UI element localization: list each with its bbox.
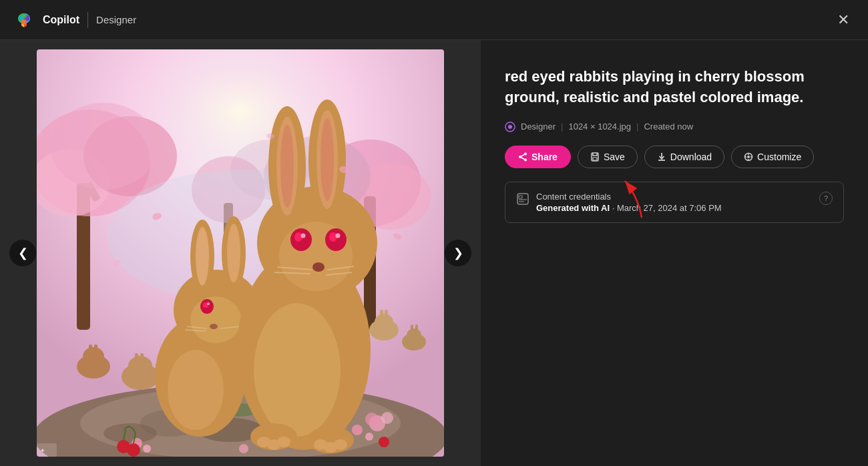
share-button[interactable]: Share: [505, 146, 571, 168]
svg-point-47: [168, 350, 224, 430]
svg-point-96: [127, 443, 140, 457]
svg-point-97: [379, 437, 389, 447]
share-icon: [518, 152, 527, 162]
credentials-box: Content credentials Generated with AI · …: [505, 182, 844, 223]
copilot-logo: [13, 9, 35, 31]
credentials-ai-label: Generated with AI: [536, 203, 610, 213]
svg-point-111: [508, 125, 512, 129]
svg-point-35: [407, 328, 421, 342]
header-divider: [87, 12, 88, 28]
header-left: Copilot Designer: [13, 9, 136, 31]
svg-rect-37: [415, 324, 418, 336]
svg-rect-118: [593, 158, 597, 160]
svg-point-56: [207, 302, 210, 305]
svg-point-51: [196, 227, 209, 286]
meta-created: Created now: [644, 122, 693, 132]
svg-point-3: [21, 19, 27, 25]
svg-point-122: [747, 156, 750, 158]
credentials-title: Content credentials: [536, 192, 722, 202]
designer-icon: [505, 122, 515, 132]
svg-point-92: [352, 425, 363, 435]
svg-rect-41: [94, 344, 97, 358]
svg-point-94: [239, 444, 248, 453]
nav-prev-button[interactable]: ❮: [9, 240, 36, 266]
svg-point-91: [143, 445, 151, 453]
svg-point-53: [227, 224, 240, 282]
svg-point-77: [312, 262, 324, 272]
download-button[interactable]: Download: [644, 146, 724, 168]
svg-rect-129: [519, 196, 522, 198]
customize-button[interactable]: Customize: [731, 146, 814, 168]
svg-point-70: [320, 118, 334, 201]
svg-point-67: [280, 125, 294, 208]
meta-source: Designer: [521, 122, 556, 132]
svg-point-31: [375, 314, 393, 330]
credentials-date: · March 27, 2024 at 7:06 PM: [610, 203, 722, 213]
meta-separator-2: |: [636, 122, 638, 132]
close-button[interactable]: ✕: [832, 10, 855, 30]
nav-next-button[interactable]: ❯: [445, 240, 471, 266]
svg-point-93: [365, 433, 373, 441]
customize-icon: [744, 152, 753, 162]
right-panel: red eyed rabbits playing in cherry bloss…: [481, 40, 868, 466]
credentials-content: Content credentials Generated with AI · …: [516, 192, 722, 213]
svg-point-39: [83, 347, 104, 366]
header: Copilot Designer ✕: [0, 0, 868, 40]
credentials-subtitle: Generated with AI · March 27, 2024 at 7:…: [536, 203, 722, 213]
svg-point-62: [254, 303, 341, 437]
credentials-text: Content credentials Generated with AI · …: [536, 192, 722, 213]
image-title: red eyed rabbits playing in cherry bloss…: [505, 67, 844, 108]
credentials-icon: [516, 192, 529, 209]
meta-row: Designer | 1024 × 1024.jpg | Created now: [505, 122, 844, 132]
shield-check-icon: [516, 192, 529, 206]
svg-line-115: [520, 154, 525, 157]
save-button[interactable]: Save: [578, 146, 638, 168]
svg-point-106: [365, 413, 379, 426]
meta-separator-1: |: [561, 122, 563, 132]
svg-point-86: [277, 437, 290, 447]
svg-rect-32: [380, 310, 383, 324]
meta-dimensions: 1024 × 1024.jpg: [568, 122, 631, 132]
svg-point-73: [301, 234, 306, 238]
svg-point-76: [336, 234, 341, 238]
svg-rect-36: [411, 324, 413, 336]
svg-point-89: [334, 439, 347, 450]
svg-point-12: [50, 103, 157, 190]
credentials-help-button[interactable]: ?: [819, 192, 833, 205]
svg-point-49: [190, 296, 241, 343]
svg-rect-40: [89, 344, 92, 358]
rabbit-scene-image: ✦: [37, 49, 444, 457]
app-name: Copilot: [43, 14, 79, 26]
svg-text:✦: ✦: [40, 447, 45, 454]
svg-point-57: [210, 324, 218, 329]
svg-point-107: [381, 412, 393, 424]
svg-line-116: [520, 157, 525, 160]
main-content: ❮: [0, 40, 868, 466]
svg-rect-128: [517, 194, 528, 204]
svg-rect-45: [140, 353, 144, 368]
svg-rect-33: [385, 310, 388, 324]
action-buttons: Share Save Download: [505, 146, 844, 168]
save-icon: [590, 152, 600, 162]
section-name: Designer: [96, 14, 136, 25]
svg-point-4: [21, 13, 27, 19]
svg-rect-44: [135, 353, 138, 368]
image-container: ✦: [37, 49, 444, 457]
image-section: ❮: [0, 40, 481, 466]
download-icon: [657, 152, 666, 162]
